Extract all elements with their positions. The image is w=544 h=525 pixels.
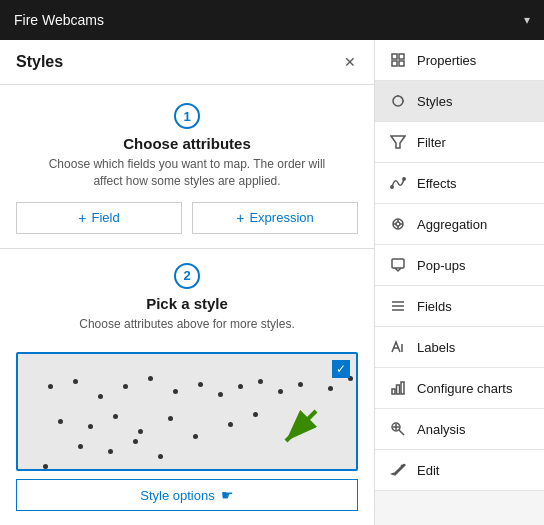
sidebar-label-edit: Edit bbox=[417, 463, 439, 478]
analysis-icon bbox=[389, 420, 407, 438]
map-dot bbox=[148, 376, 153, 381]
svg-rect-25 bbox=[392, 389, 395, 394]
map-dot bbox=[238, 384, 243, 389]
svg-point-11 bbox=[391, 186, 393, 188]
map-dot bbox=[228, 422, 233, 427]
left-panel: Styles ✕ 1 Choose attributes Choose whic… bbox=[0, 40, 375, 525]
style-options-button[interactable]: Style options ☛ bbox=[16, 479, 358, 511]
map-dot bbox=[328, 386, 333, 391]
map-dot bbox=[58, 419, 63, 424]
top-bar: Fire Webcams ▾ bbox=[0, 0, 544, 40]
right-sidebar: Properties Styles Filter bbox=[375, 40, 544, 525]
step1-buttons: + Field + Expression bbox=[16, 202, 358, 234]
svg-rect-19 bbox=[392, 259, 404, 268]
sidebar-label-properties: Properties bbox=[417, 53, 476, 68]
step1-title: Choose attributes bbox=[123, 135, 251, 152]
map-dot bbox=[98, 394, 103, 399]
map-dot bbox=[73, 379, 78, 384]
popups-icon bbox=[389, 256, 407, 274]
map-dot bbox=[193, 434, 198, 439]
properties-icon bbox=[389, 51, 407, 69]
sidebar-item-styles[interactable]: Styles bbox=[375, 81, 544, 122]
top-bar-title: Fire Webcams bbox=[14, 12, 104, 28]
sidebar-label-filter: Filter bbox=[417, 135, 446, 150]
map-dot bbox=[278, 389, 283, 394]
sidebar-item-properties[interactable]: Properties bbox=[375, 40, 544, 81]
step1-section: 1 Choose attributes Choose which fields … bbox=[0, 85, 374, 249]
aggregation-icon bbox=[389, 215, 407, 233]
sidebar-label-analysis: Analysis bbox=[417, 422, 465, 437]
map-dot bbox=[108, 449, 113, 454]
svg-line-29 bbox=[399, 430, 404, 435]
map-dot bbox=[133, 439, 138, 444]
panel-header: Styles ✕ bbox=[0, 40, 374, 85]
sidebar-label-aggregation: Aggregation bbox=[417, 217, 487, 232]
cursor-icon: ☛ bbox=[221, 487, 234, 503]
sidebar-item-edit[interactable]: Edit bbox=[375, 450, 544, 491]
svg-line-1 bbox=[286, 411, 316, 441]
map-dot bbox=[113, 414, 118, 419]
map-dot bbox=[218, 392, 223, 397]
sidebar-item-effects[interactable]: Effects bbox=[375, 163, 544, 204]
step2-header: 2 Pick a style Choose attributes above f… bbox=[16, 263, 358, 333]
styles-icon bbox=[389, 92, 407, 110]
step2-section: 2 Pick a style Choose attributes above f… bbox=[0, 249, 374, 525]
sidebar-label-fields: Fields bbox=[417, 299, 452, 314]
sidebar-item-popups[interactable]: Pop-ups bbox=[375, 245, 544, 286]
checkbox-checked: ✓ bbox=[332, 360, 350, 378]
sidebar-label-labels: Labels bbox=[417, 340, 455, 355]
map-dot bbox=[78, 444, 83, 449]
sidebar-label-configure-charts: Configure charts bbox=[417, 381, 512, 396]
style-card[interactable]: ✓ Location (single symbol) i bbox=[16, 352, 358, 471]
effects-icon bbox=[389, 174, 407, 192]
sidebar-label-effects: Effects bbox=[417, 176, 457, 191]
chevron-down-icon: ▾ bbox=[524, 13, 530, 27]
map-dot bbox=[298, 382, 303, 387]
map-dot bbox=[88, 424, 93, 429]
svg-marker-10 bbox=[391, 136, 405, 148]
sidebar-item-aggregation[interactable]: Aggregation bbox=[375, 204, 544, 245]
main-layout: Styles ✕ 1 Choose attributes Choose whic… bbox=[0, 40, 544, 525]
svg-rect-2 bbox=[392, 54, 397, 59]
step2-circle: 2 bbox=[174, 263, 200, 289]
svg-line-8 bbox=[401, 97, 402, 98]
sidebar-item-fields[interactable]: Fields bbox=[375, 286, 544, 327]
step2-title: Pick a style bbox=[146, 295, 228, 312]
map-dot bbox=[253, 412, 258, 417]
step1-header: 1 Choose attributes Choose which fields … bbox=[16, 103, 358, 190]
style-options-label: Style options bbox=[140, 488, 214, 503]
svg-rect-26 bbox=[397, 385, 400, 394]
map-dot bbox=[48, 384, 53, 389]
map-dot bbox=[123, 384, 128, 389]
panel-title: Styles bbox=[16, 53, 63, 71]
edit-icon bbox=[389, 461, 407, 479]
fields-icon bbox=[389, 297, 407, 315]
field-button-label: Field bbox=[92, 210, 120, 225]
svg-point-14 bbox=[396, 222, 400, 226]
plus-icon-2: + bbox=[236, 210, 244, 226]
plus-icon: + bbox=[78, 210, 86, 226]
close-button[interactable]: ✕ bbox=[342, 52, 358, 72]
expression-button-label: Expression bbox=[249, 210, 313, 225]
map-dot bbox=[158, 454, 163, 459]
field-button[interactable]: + Field bbox=[16, 202, 182, 234]
sidebar-item-configure-charts[interactable]: Configure charts bbox=[375, 368, 544, 409]
sidebar-item-analysis[interactable]: Analysis bbox=[375, 409, 544, 450]
expression-button[interactable]: + Expression bbox=[192, 202, 358, 234]
svg-rect-27 bbox=[401, 382, 404, 394]
sidebar-label-styles: Styles bbox=[417, 94, 452, 109]
svg-rect-5 bbox=[399, 61, 404, 66]
filter-icon bbox=[389, 133, 407, 151]
map-dot bbox=[138, 429, 143, 434]
sidebar-item-labels[interactable]: Labels bbox=[375, 327, 544, 368]
svg-rect-3 bbox=[399, 54, 404, 59]
sidebar-item-filter[interactable]: Filter bbox=[375, 122, 544, 163]
arrow-indicator bbox=[266, 406, 326, 459]
step1-circle: 1 bbox=[174, 103, 200, 129]
step2-description: Choose attributes above for more styles. bbox=[79, 316, 294, 333]
configure-charts-icon bbox=[389, 379, 407, 397]
map-dot bbox=[258, 379, 263, 384]
map-dot bbox=[173, 389, 178, 394]
step1-description: Choose which fields you want to map. The… bbox=[37, 156, 337, 190]
svg-rect-4 bbox=[392, 61, 397, 66]
